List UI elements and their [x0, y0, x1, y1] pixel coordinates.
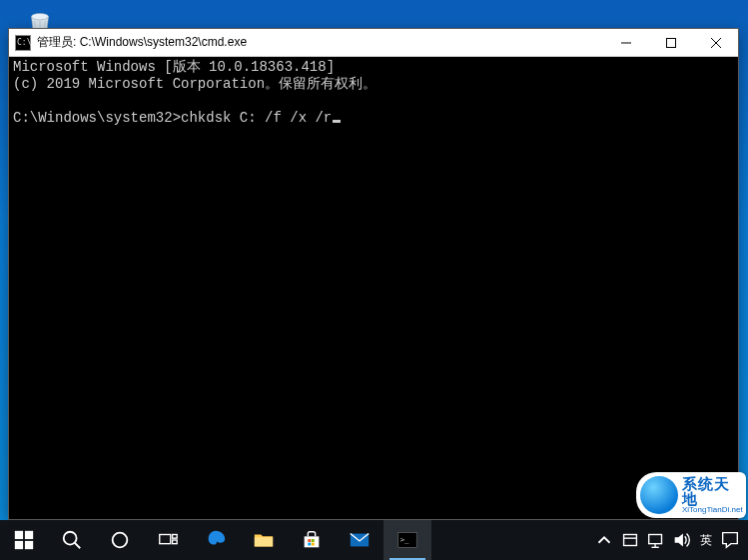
svg-point-11 [113, 533, 128, 548]
svg-rect-18 [312, 539, 315, 542]
window-title: 管理员: C:\Windows\system32\cmd.exe [37, 34, 247, 51]
watermark-badge: 系统天地 XiTongTianDi.net [636, 472, 746, 518]
svg-rect-5 [15, 531, 23, 539]
tray-network-icon[interactable] [644, 520, 668, 560]
watermark-sub: XiTongTianDi.net [682, 506, 743, 514]
file-explorer-button[interactable] [240, 520, 288, 560]
close-button[interactable] [693, 29, 738, 57]
start-button[interactable] [0, 520, 48, 560]
cmd-app-icon [15, 35, 31, 51]
taskbar: >_ 英 [0, 520, 748, 560]
mail-button[interactable] [336, 520, 383, 560]
svg-rect-13 [173, 535, 178, 539]
svg-rect-12 [160, 535, 171, 544]
svg-rect-19 [308, 543, 311, 546]
svg-rect-7 [15, 541, 23, 549]
svg-rect-2 [666, 38, 675, 47]
watermark-title: 系统天地 [682, 476, 743, 506]
maximize-button[interactable] [648, 29, 693, 57]
svg-rect-15 [255, 537, 273, 546]
tray-chevron-icon[interactable] [592, 520, 616, 560]
system-tray: 英 [592, 520, 748, 560]
svg-rect-14 [173, 540, 178, 544]
cmd-window: 管理员: C:\Windows\system32\cmd.exe Microso… [8, 28, 739, 520]
svg-rect-26 [649, 535, 662, 544]
term-command: chkdsk C: /f /x /r [181, 110, 332, 126]
cmd-taskbar-button[interactable]: >_ [383, 520, 431, 560]
svg-rect-24 [624, 535, 637, 546]
cortana-button[interactable] [96, 520, 144, 560]
search-button[interactable] [48, 520, 96, 560]
svg-point-0 [32, 13, 49, 19]
svg-rect-17 [308, 539, 311, 542]
tray-security-icon[interactable] [618, 520, 642, 560]
task-view-button[interactable] [144, 520, 192, 560]
svg-rect-20 [312, 543, 315, 546]
globe-icon [640, 476, 678, 514]
svg-text:>_: >_ [400, 535, 409, 544]
svg-rect-8 [25, 541, 33, 549]
term-prompt: C:\Windows\system32> [13, 110, 181, 126]
tray-volume-icon[interactable] [670, 520, 694, 560]
store-button[interactable] [288, 520, 336, 560]
term-line: Microsoft Windows [版本 10.0.18363.418] [13, 59, 335, 75]
svg-line-10 [75, 543, 81, 549]
edge-button[interactable] [192, 520, 240, 560]
ime-indicator[interactable]: 英 [696, 532, 716, 549]
svg-rect-6 [25, 531, 33, 539]
titlebar[interactable]: 管理员: C:\Windows\system32\cmd.exe [9, 29, 738, 57]
cursor [333, 120, 341, 123]
term-line: (c) 2019 Microsoft Corporation。保留所有权利。 [13, 76, 376, 92]
terminal-output[interactable]: Microsoft Windows [版本 10.0.18363.418] (c… [9, 57, 738, 519]
minimize-button[interactable] [603, 29, 648, 57]
action-center-icon[interactable] [718, 520, 742, 560]
svg-point-9 [64, 532, 77, 545]
